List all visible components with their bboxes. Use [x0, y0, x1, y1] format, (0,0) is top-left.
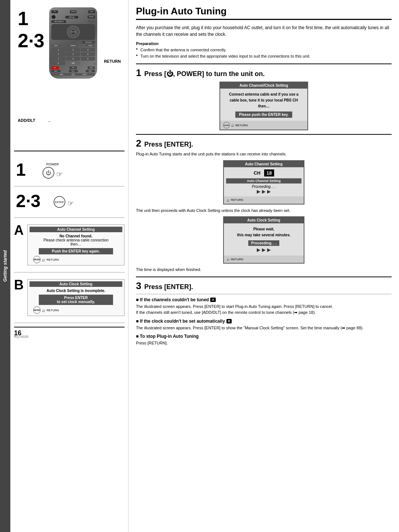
screen-b-line1: Auto Clock Setting is incomplete. — [47, 289, 105, 293]
remote-tuner-btn: TUNER — [70, 10, 76, 13]
screen-b-enter-row: ENTER ⌕ RETURN — [30, 306, 122, 314]
remote-navi-btn[interactable]: NAVI — [51, 73, 72, 76]
channels-heading-text: ■ If the channels couldn't be tuned — [136, 297, 209, 302]
intro-text: After you purchase the unit, plug it int… — [136, 24, 392, 38]
step2-heading: 2 Press [ENTER]. — [136, 134, 392, 149]
clock-label-b: B — [226, 319, 232, 323]
clock-heading: ■ If the clock couldn't be set automatic… — [136, 319, 392, 324]
remote-num-5[interactable]: 5 — [66, 52, 80, 56]
step3-heading: 3 Press [ENTER]. — [136, 277, 392, 292]
remote-power-button[interactable] — [51, 15, 56, 19]
step1-enter-circle: ENTER — [223, 122, 230, 128]
stop-text: Press [RETURN]. — [136, 340, 392, 346]
remote-stop-btn[interactable]: STOP — [51, 44, 61, 47]
remote-transport: STOP PAUSE PLAY — [51, 44, 95, 47]
step1-num: 1 — [16, 161, 26, 179]
remote-body: TV TUNER DVD DISPLAY SENSE TIME/SEARCH — [49, 7, 97, 79]
step2-desc: Plug-in Auto Tuning starts and the unit … — [136, 151, 392, 157]
step1-nav-icon: ⌕ — [231, 123, 234, 128]
remote-enter-center[interactable]: ENTER — [71, 30, 76, 35]
step2-screen1-nav: ⌕ — [227, 198, 229, 203]
channels-text1: The illustrated screen appears. Press [E… — [136, 303, 392, 310]
remote-num-9[interactable]: 9 — [81, 57, 95, 61]
remote-num-100[interactable]: 100 — [66, 61, 80, 65]
channels-text2: If the channels still aren't tuned, use … — [136, 309, 392, 316]
step2-ch-value: 18 — [264, 169, 274, 176]
prep-title: Preparation — [136, 41, 392, 46]
screen-a-return-label: RETURN — [47, 258, 59, 261]
step2-after-text: The time is displayed when finished. — [136, 267, 392, 273]
prep-item-2: Turn on the television and select the ap… — [136, 53, 392, 59]
step3-right-num: 3 — [136, 280, 141, 292]
power-circle: ⏻ — [42, 167, 54, 179]
remote-num-8[interactable]: 8 — [66, 57, 80, 61]
sidebar-label: Getting started — [3, 250, 8, 282]
remote-num-7[interactable]: 7 — [51, 57, 65, 61]
remote-del-btn[interactable]: DLT — [69, 70, 78, 72]
remote-pr-btn[interactable]: PR — [69, 66, 77, 69]
screen-b-btn-line1: Press ENTER — [64, 296, 88, 300]
screen-b-box: Auto Clock Setting Auto Clock Setting is… — [27, 279, 125, 316]
screen-a-line3: then… — [71, 242, 81, 246]
step2-screen2-return-row: ⌕ RETURN — [224, 255, 304, 263]
step2-ch-label: CH — [253, 170, 260, 176]
stop-heading-text: ■ To stop Plug-in Auto Tuning — [136, 334, 199, 339]
step1-screen: Auto Channel/Clock Setting Connect anten… — [219, 82, 308, 130]
clock-heading-text: ■ If the clock couldn't be set automatic… — [136, 319, 225, 324]
remote-menu-btn[interactable]: MENU — [75, 73, 95, 76]
remote-num-6[interactable]: 6 — [81, 52, 95, 56]
screen-b-btn-line2: to set clock manually. — [57, 300, 95, 304]
remote-record-row: REC PR CMS — [51, 66, 95, 69]
remote-acc-btn[interactable]: ACC — [51, 70, 61, 72]
return-label: RETURN — [104, 59, 121, 64]
remote-rec-btn[interactable]: REC — [51, 66, 59, 69]
right-panel: Plug-in Auto Tuning After you purchase t… — [129, 0, 399, 532]
enter-label: ENTER — [55, 201, 64, 203]
section-channels: ■ If the channels couldn't be tuned A Th… — [136, 297, 392, 316]
power-label: POWER — [46, 162, 59, 166]
step2-screen1-return-row: ⌕ RETURN — [224, 196, 304, 204]
hand-press-icon: ☞ — [56, 170, 63, 179]
remote-cms-btn[interactable]: CMS — [88, 66, 95, 69]
step2-screen1-body: CH 18 Auto Channel Setting Proceeding. .… — [224, 167, 304, 196]
remote-acc-row: ACC DLT ADD — [51, 70, 95, 72]
remote-mid-row: TIME/SEARCH — [51, 20, 95, 23]
section-clock: ■ If the clock couldn't be set automatic… — [136, 319, 392, 331]
adddlt-label: ADD/DLT — [18, 118, 35, 123]
divider-1 — [136, 294, 392, 294]
step2-screen1-container: Auto Channel Setting CH 18 Auto Channel … — [136, 160, 392, 205]
remote-num-0[interactable]: 0 — [51, 61, 65, 65]
screen-a-line2: Please check antenna cable connection — [43, 238, 108, 242]
doc-code: RQT6035 — [14, 335, 28, 339]
step-label-1: 1 — [18, 7, 28, 30]
remote-nav-section: ENTER — [51, 24, 95, 40]
channels-label-a: A — [210, 298, 216, 302]
remote-bottom-section: REC PR CMS ACC DLT ADD NAVI MENU — [51, 66, 95, 76]
remote-return-row: RETURN — [51, 41, 95, 44]
screen-b-return-label: RETURN — [47, 309, 59, 312]
remote-return-btn[interactable]: RETURN — [82, 41, 95, 44]
screen-b-title: Auto Clock Setting — [30, 281, 122, 287]
prep-item-1: Confirm that the antenna is connected co… — [136, 47, 392, 53]
step23-num: 2·3 — [16, 192, 41, 210]
remote-sense-btn: SENSE — [88, 16, 95, 18]
preparation-section: Preparation Confirm that the antenna is … — [136, 41, 392, 59]
remote-num-3[interactable]: 3 — [81, 48, 95, 52]
remote-num-4[interactable]: 4 — [51, 52, 65, 56]
enter-icon-area: ENTER ☞ — [54, 196, 74, 208]
remote-time-btn: TIME/SEARCH — [51, 20, 66, 23]
screen-a-enter-label: ENTER — [34, 258, 40, 261]
remote-add-btn[interactable]: ADD — [86, 70, 95, 72]
step2-screen2-line1: Please wait, — [253, 227, 274, 231]
return-arrow: ← — [93, 62, 97, 66]
remote-num-1[interactable]: 1 — [51, 48, 65, 52]
remote-num-2[interactable]: 2 — [66, 48, 80, 52]
step-label-23: 2·3 — [18, 30, 44, 52]
step2-screen2-arrows: ▶ ▶ ▶ — [227, 247, 301, 253]
step1-screen-line2: cable box, tune it to your local PBS CH — [230, 98, 298, 102]
remote-pause-btn[interactable]: PAUSE — [69, 44, 78, 47]
step1-screen-body: Connect antenna cable and if you use a c… — [220, 89, 307, 121]
remote-play-btn[interactable]: PLAY — [86, 44, 95, 47]
clock-text: The illustrated screen appears. Press [E… — [136, 325, 392, 331]
step1-screen-enter-row: ENTER ⌕ RETURN — [220, 121, 307, 130]
